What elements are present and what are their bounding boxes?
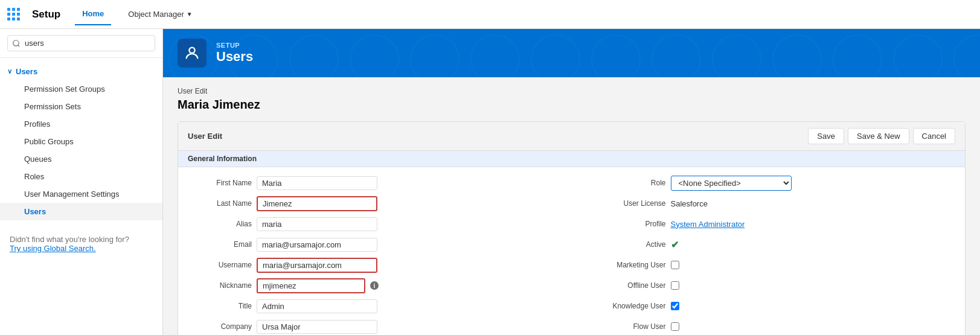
sidebar: ∨ Users Permission Set Groups Permission… bbox=[0, 29, 163, 335]
global-search-link[interactable]: Try using Global Search. bbox=[10, 244, 96, 253]
label-active: Active bbox=[581, 240, 666, 249]
nav-chevron: ∨ bbox=[7, 68, 12, 75]
header-icon bbox=[178, 39, 207, 68]
checkbox-offline-user[interactable] bbox=[671, 281, 679, 290]
breadcrumb: User Edit bbox=[178, 87, 966, 95]
label-firstname: First Name bbox=[197, 179, 252, 187]
main-layout: ∨ Users Permission Set Groups Permission… bbox=[0, 29, 980, 335]
form-row-nickname: Nickname i bbox=[197, 277, 562, 294]
label-company: Company bbox=[197, 322, 252, 331]
app-grid-icon[interactable] bbox=[7, 8, 20, 21]
form-card: User Edit Save Save & New Cancel General… bbox=[178, 121, 966, 335]
section-header: General Information bbox=[178, 151, 965, 167]
sidebar-item-permission-set-groups[interactable]: Permission Set Groups bbox=[0, 80, 162, 98]
nav-object-manager[interactable]: Object Manager ▼ bbox=[121, 4, 199, 25]
search-bar bbox=[0, 29, 162, 58]
label-nickname: Nickname bbox=[197, 281, 252, 290]
form-card-header: User Edit Save Save & New Cancel bbox=[178, 122, 965, 151]
cancel-button[interactable]: Cancel bbox=[913, 128, 955, 144]
form-body: First Name Last Name Alias bbox=[178, 167, 965, 335]
top-navigation: Setup Home Object Manager ▼ bbox=[0, 0, 980, 29]
info-icon[interactable]: i bbox=[370, 281, 379, 290]
svg-point-0 bbox=[13, 40, 19, 45]
label-offline-user: Offline User bbox=[581, 281, 666, 290]
svg-line-1 bbox=[18, 45, 20, 46]
form-row-profile: Profile System Administrator bbox=[581, 215, 946, 232]
search-icon bbox=[12, 39, 21, 48]
label-role: Role bbox=[581, 179, 666, 187]
sidebar-item-public-groups[interactable]: Public Groups bbox=[0, 133, 162, 150]
form-row-lastname: Last Name bbox=[197, 195, 562, 212]
input-username[interactable] bbox=[257, 258, 377, 273]
nav-item-users-parent[interactable]: ∨ Users bbox=[0, 63, 162, 80]
label-profile: Profile bbox=[581, 220, 666, 228]
input-nickname[interactable] bbox=[257, 278, 365, 293]
header-banner: SETUP Users bbox=[163, 29, 980, 77]
nav-section: ∨ Users Permission Set Groups Permission… bbox=[0, 58, 162, 225]
form-row-role: Role <None Specified> bbox=[581, 174, 946, 191]
form-row-active: Active ✔ bbox=[581, 236, 946, 253]
form-row-flow-user: Flow User bbox=[581, 318, 946, 335]
sidebar-item-roles[interactable]: Roles bbox=[0, 168, 162, 185]
save-button[interactable]: Save bbox=[808, 128, 844, 144]
input-alias[interactable] bbox=[257, 217, 377, 231]
page-title: Maria Jimenez bbox=[178, 98, 966, 112]
label-lastname: Last Name bbox=[197, 199, 252, 208]
form-row-firstname: First Name bbox=[197, 174, 562, 191]
svg-point-2 bbox=[189, 48, 194, 53]
header-setup-label: SETUP bbox=[216, 42, 253, 49]
label-knowledge-user: Knowledge User bbox=[581, 302, 666, 310]
form-row-email: Email bbox=[197, 236, 562, 253]
save-new-button[interactable]: Save & New bbox=[848, 128, 909, 144]
object-manager-arrow: ▼ bbox=[187, 11, 193, 18]
label-alias: Alias bbox=[197, 220, 252, 228]
form-col-left: First Name Last Name Alias bbox=[188, 174, 572, 335]
header-title: Users bbox=[216, 49, 253, 65]
search-input[interactable] bbox=[7, 35, 155, 51]
form-row-knowledge-user: Knowledge User bbox=[581, 298, 946, 314]
sidebar-item-queues[interactable]: Queues bbox=[0, 150, 162, 168]
not-found-text: Didn't find what you're looking for? Try… bbox=[0, 225, 162, 255]
sidebar-item-users[interactable]: Users bbox=[0, 203, 162, 220]
label-username: Username bbox=[197, 261, 252, 269]
label-user-license: User License bbox=[581, 199, 666, 208]
form-row-user-license: User License Salesforce bbox=[581, 195, 946, 212]
input-email[interactable] bbox=[257, 238, 377, 252]
select-role[interactable]: <None Specified> bbox=[671, 176, 792, 191]
content-area: User Edit Maria Jimenez User Edit Save S… bbox=[163, 77, 980, 335]
form-row-company: Company bbox=[197, 318, 562, 335]
form-row-marketing-user: Marketing User bbox=[581, 257, 946, 273]
input-title[interactable] bbox=[257, 299, 377, 313]
checkbox-flow-user[interactable] bbox=[671, 322, 679, 331]
sidebar-item-permission-sets[interactable]: Permission Sets bbox=[0, 98, 162, 115]
active-checkmark: ✔ bbox=[671, 239, 679, 250]
nav-home[interactable]: Home bbox=[75, 3, 111, 25]
form-row-username: Username bbox=[197, 257, 562, 273]
main-content: SETUP Users User Edit Maria Jimenez User… bbox=[163, 29, 980, 335]
sidebar-item-profiles[interactable]: Profiles bbox=[0, 115, 162, 133]
label-title: Title bbox=[197, 302, 252, 310]
input-company[interactable] bbox=[257, 320, 377, 334]
form-col-right: Role <None Specified> User License Sales… bbox=[572, 174, 956, 335]
input-firstname[interactable] bbox=[257, 176, 377, 190]
form-row-title: Title bbox=[197, 298, 562, 314]
form-row-alias: Alias bbox=[197, 215, 562, 232]
checkbox-knowledge-user[interactable] bbox=[671, 302, 679, 310]
header-text: SETUP Users bbox=[216, 42, 253, 65]
app-title: Setup bbox=[32, 8, 60, 21]
input-lastname[interactable] bbox=[257, 196, 377, 211]
button-group: Save Save & New Cancel bbox=[808, 128, 955, 144]
label-flow-user: Flow User bbox=[581, 322, 666, 331]
label-marketing-user: Marketing User bbox=[581, 261, 666, 269]
form-grid: First Name Last Name Alias bbox=[188, 174, 955, 335]
label-email: Email bbox=[197, 240, 252, 249]
link-profile[interactable]: System Administrator bbox=[671, 220, 745, 229]
checkbox-marketing-user[interactable] bbox=[671, 261, 679, 269]
form-card-title: User Edit bbox=[188, 132, 222, 141]
value-user-license: Salesforce bbox=[671, 199, 708, 208]
sidebar-item-user-management-settings[interactable]: User Management Settings bbox=[0, 185, 162, 203]
form-row-offline-user: Offline User bbox=[581, 277, 946, 294]
